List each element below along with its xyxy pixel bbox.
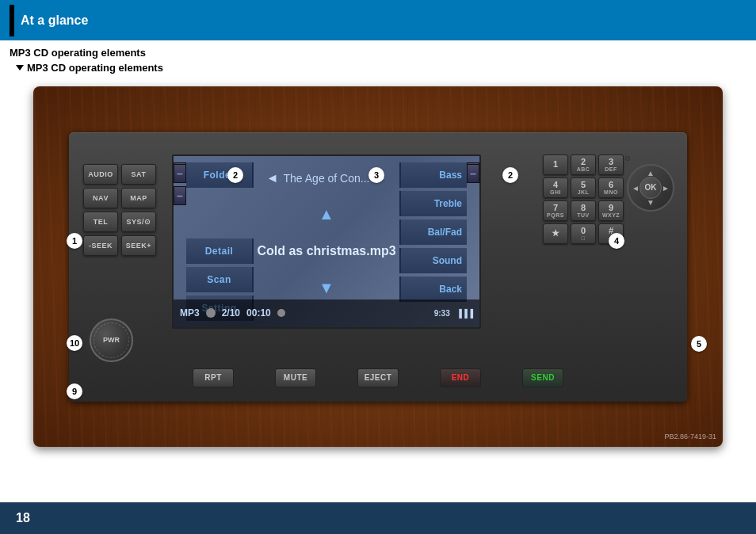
map-button[interactable]: MAP: [121, 188, 156, 208]
minus-back[interactable]: –: [467, 164, 479, 183]
left-button-panel: AUDIO SAT NAV MAP TEL SYS/⊙ -SEEK SEEK+: [83, 164, 156, 256]
song-title: Cold as christmas.mp3: [257, 238, 395, 265]
callout-2b: 2: [502, 167, 518, 183]
screen-balfad-btn[interactable]: Bal/Fad: [399, 219, 467, 245]
callout-9: 9: [67, 383, 82, 399]
num-3[interactable]: 3DEF: [598, 154, 624, 175]
joystick: ▲ ▼ ◄ ► OK: [627, 164, 674, 212]
black-bar: [10, 5, 14, 36]
minus-setting[interactable]: –: [174, 164, 186, 183]
pwr-knob: PWR: [90, 318, 133, 362]
btn-row-4: -SEEK SEEK+: [83, 235, 156, 256]
numpad: 1 2ABC 3DEF 4GHI 5JKL 6MNO 7PQRS 8TUV 9W…: [543, 154, 624, 267]
joystick-left[interactable]: ◄: [632, 183, 640, 192]
track-position: 2/10: [222, 307, 240, 318]
callout-4: 4: [609, 233, 624, 249]
screen-folder-btn[interactable]: Folder: [186, 162, 254, 188]
num-5[interactable]: 5JKL: [571, 177, 596, 198]
num-4[interactable]: 4GHI: [543, 177, 568, 198]
screen-back-btn[interactable]: Back: [399, 277, 467, 302]
callout-3: 3: [368, 167, 384, 183]
btn-row-2: NAV MAP: [83, 188, 156, 208]
screen-detail-btn[interactable]: Detail: [186, 238, 254, 264]
triangle-icon: [16, 65, 24, 71]
seek-forward-button[interactable]: SEEK+: [121, 235, 156, 256]
num-6[interactable]: 6MNO: [598, 177, 624, 198]
callout-2a: 2: [227, 167, 243, 183]
tel-button[interactable]: TEL: [83, 212, 118, 232]
joystick-right[interactable]: ►: [662, 183, 670, 192]
screen-treble-btn[interactable]: Treble: [399, 191, 467, 216]
bottom-buttons: RPT MUTE EJECT END SEND: [172, 368, 584, 387]
main-content: AUDIO SAT NAV MAP TEL SYS/⊙ -SEEK SEEK+: [0, 80, 756, 453]
sys-button[interactable]: SYS/⊙: [121, 212, 156, 232]
nav-down-arrow[interactable]: ▼: [319, 280, 334, 296]
rpt-button[interactable]: RPT: [193, 368, 234, 387]
num-0[interactable]: 0□: [571, 223, 596, 244]
ok-button[interactable]: OK: [640, 177, 662, 199]
mp3-label: MP3: [180, 307, 200, 318]
num-2[interactable]: 2ABC: [571, 154, 596, 175]
nav-up-arrow[interactable]: ▲: [319, 206, 334, 222]
callout-1: 1: [67, 233, 82, 249]
num-star[interactable]: ★: [543, 223, 568, 244]
subhead1: MP3 CD operating elements: [0, 40, 756, 60]
page-number-text: 18: [16, 511, 30, 525]
signal-bars: ▐▐▐: [456, 309, 473, 318]
nav-button[interactable]: NAV: [83, 188, 118, 208]
subhead2: MP3 CD operating elements: [0, 60, 756, 80]
page-footer: 18: [0, 502, 756, 534]
audio-button[interactable]: AUDIO: [83, 164, 118, 185]
led-indicator: [625, 156, 630, 161]
end-button[interactable]: END: [440, 368, 481, 387]
joystick-down[interactable]: ▼: [647, 198, 655, 207]
screen-bass-btn[interactable]: Bass: [399, 162, 467, 188]
seek-back-button[interactable]: -SEEK: [83, 235, 118, 256]
status-bar: MP3 2/10 00:10 9:33 ▐▐▐: [174, 299, 479, 327]
display-screen: – – – – Folder Detail Scan Setting –: [172, 154, 481, 329]
sat-button[interactable]: SAT: [121, 164, 156, 185]
pwr-knob-outer[interactable]: PWR: [90, 318, 133, 362]
eject-button[interactable]: EJECT: [357, 368, 399, 387]
header-bar: At a glance: [0, 0, 756, 40]
screen-sound-btn[interactable]: Sound: [399, 248, 467, 273]
btn-row-1: AUDIO SAT: [83, 164, 156, 185]
num-1[interactable]: 1: [543, 154, 568, 175]
watermark: PB2.86-7419-31: [664, 433, 716, 441]
track-time: 00:10: [246, 307, 271, 318]
num-9[interactable]: 9WXYZ: [598, 200, 624, 221]
joystick-up[interactable]: ▲: [647, 169, 655, 177]
btn-row-3: TEL SYS/⊙: [83, 212, 156, 232]
folder-track-text: The Age of Con...: [284, 172, 370, 185]
num-8[interactable]: 8TUV: [571, 200, 596, 221]
mute-button[interactable]: MUTE: [275, 368, 316, 387]
radio-container: AUDIO SAT NAV MAP TEL SYS/⊙ -SEEK SEEK+: [33, 86, 723, 447]
send-button[interactable]: SEND: [522, 368, 563, 387]
mp3-dot: [206, 308, 216, 318]
num-7[interactable]: 7PQRS: [543, 200, 568, 221]
arrow-left-icon[interactable]: ◄: [266, 171, 279, 185]
screen-scan-btn[interactable]: Scan: [186, 267, 254, 292]
clock-time: 9:33: [434, 309, 450, 318]
callout-10: 10: [67, 335, 82, 351]
minus-detail[interactable]: –: [174, 186, 186, 205]
callout-5: 5: [691, 336, 707, 352]
time-dot: [277, 309, 285, 317]
joystick-outer[interactable]: ▲ ▼ ◄ ► OK: [627, 164, 674, 212]
header-title: At a glance: [21, 13, 88, 28]
pwr-label: PWR: [103, 336, 120, 344]
